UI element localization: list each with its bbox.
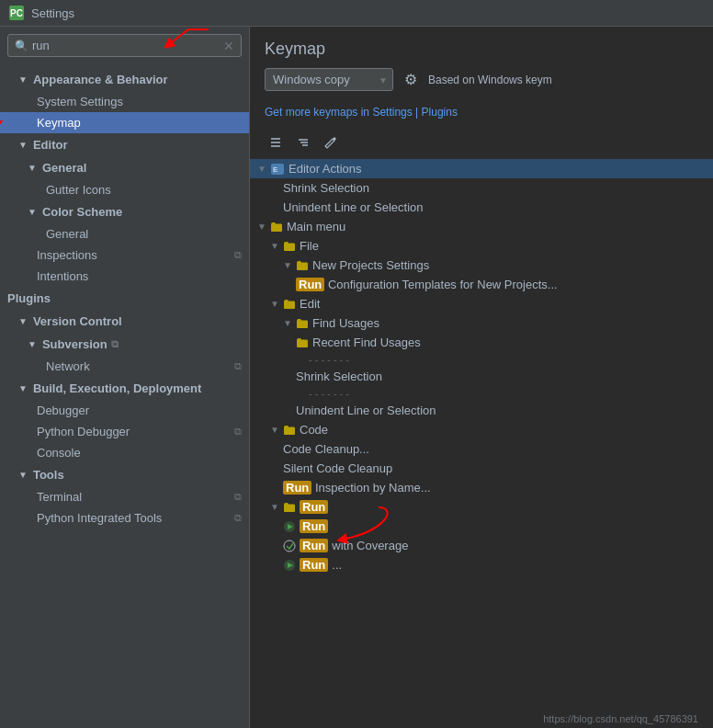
copy-icon: ⧉ [234,360,242,372]
sidebar-item-label: Color Scheme [42,205,122,219]
tree-separator: - - - - - - - [250,352,713,367]
folder-icon [296,260,309,271]
chevron-icon: ▼ [257,164,266,174]
chevron-icon: ▼ [18,74,28,85]
sidebar-item-version-control[interactable]: ▼ Version Control [0,310,249,333]
search-container: 🔍 ✕ [0,27,249,64]
sidebar-item-tools[interactable]: ▼ Tools [0,463,249,486]
content-title: Keymap [265,40,698,59]
play-icon [283,559,296,572]
search-clear-button[interactable]: ✕ [223,39,234,53]
chevron-icon: ▼ [283,260,292,270]
sidebar-item-system-settings[interactable]: System Settings [0,91,249,112]
tree-item-label-text: Configuration Templates for New Projects… [328,278,558,291]
tree-item-file[interactable]: ▼ File [250,236,713,256]
folder-icon [283,425,296,436]
tree-item-run-folder[interactable]: ▼ Run [250,497,713,517]
chevron-icon: ▼ [18,316,28,326]
copy-icon: ⧉ [234,426,242,438]
svg-point-13 [284,540,295,552]
tree-item-run-with-coverage[interactable]: Run with Coverage [250,536,713,555]
copy-icon: ⧉ [234,491,242,503]
keymap-select-wrapper[interactable]: Windows copy ▼ [265,68,393,91]
tree-item-label: Shrink Selection [283,181,369,195]
tree-item-label: Unindent Line or Selection [283,200,424,214]
sidebar-item-terminal[interactable]: Terminal ⧉ [0,486,249,507]
sidebar-item-keymap[interactable]: Keymap [0,112,249,133]
tree-item-label: Run Inspection by Name... [283,481,431,495]
sidebar-item-general[interactable]: ▼ General [0,156,249,179]
chevron-icon: ▼ [18,383,28,393]
tree-item-shrink-selection[interactable]: Shrink Selection [250,178,713,198]
sidebar-item-build-exec[interactable]: ▼ Build, Execution, Deployment [0,377,249,400]
chevron-icon: ▼ [270,241,279,251]
tree-item-label: Recent Find Usages [312,336,421,349]
expand-all-icon [268,135,283,150]
sidebar-item-python-debugger[interactable]: Python Debugger ⧉ [0,421,249,442]
search-input[interactable] [7,34,242,57]
edit-icon [323,135,338,150]
chevron-icon: ▼ [18,470,28,480]
tree-item-unindent-line[interactable]: Unindent Line or Selection [250,198,713,217]
sidebar-item-console[interactable]: Console [0,442,249,463]
sidebar-item-inspections[interactable]: Inspections ⧉ [0,245,249,266]
run-folder-label: Run [300,500,328,514]
tree-item-label: Unindent Line or Selection [296,404,436,417]
keymap-link-plugins[interactable]: Plugins [422,106,458,119]
tree-item-silent-code-cleanup[interactable]: Silent Code Cleanup [250,459,713,478]
folder-icon [296,337,309,348]
chevron-icon: ▼ [270,425,279,435]
tree-item-edit[interactable]: ▼ Edit [250,294,713,313]
keymap-select[interactable]: Windows copy [265,68,393,91]
chevron-icon: ▼ [257,222,266,232]
keymap-tree: ▼ E Editor Actions Shrink Selection Unin… [250,159,713,710]
tree-item-run-action[interactable]: Run [250,517,713,536]
sidebar-item-color-scheme[interactable]: ▼ Color Scheme [0,200,249,223]
tree-item-main-menu[interactable]: ▼ Main menu [250,217,713,236]
chevron-icon: ▼ [28,163,37,173]
keymap-gear-button[interactable]: ⚙ [401,69,421,90]
tree-item-code-cleanup[interactable]: Code Cleanup... [250,439,713,459]
tree-item-label: Edit [300,297,320,311]
tree-item-recent-find-usages[interactable]: Recent Find Usages [250,333,713,352]
tree-item-label: Find Usages [312,316,379,330]
expand-all-button[interactable] [265,133,287,155]
watermark: https://blog.csdn.net/qq_45786391 [250,710,713,728]
folder-icon [283,299,296,310]
tree-item-run-config-templates[interactable]: Run Configuration Templates for New Proj… [250,275,713,294]
tree-item-label: Shrink Selection [296,370,382,383]
run-badge: Run [300,558,328,572]
search-icon: 🔍 [15,40,28,52]
tree-item-find-usages[interactable]: ▼ Find Usages [250,313,713,333]
sidebar-item-network[interactable]: Network ⧉ [0,356,249,377]
tree-item-code[interactable]: ▼ Code [250,420,713,439]
sidebar-item-debugger[interactable]: Debugger [0,400,249,421]
sidebar-item-subversion[interactable]: ▼ Subversion ⧉ [0,333,249,356]
sidebar-item-label: Version Control [33,314,122,328]
sidebar-item-label: Plugins [7,291,51,305]
keymap-link-settings[interactable]: Get more keymaps in Settings [265,106,413,119]
sidebar-item-appearance[interactable]: ▼ Appearance & Behavior [0,68,249,91]
sidebar-item-intentions[interactable]: Intentions [0,266,249,287]
chevron-icon: ▼ [28,339,37,349]
collapse-all-button[interactable] [292,133,314,155]
sidebar-item-gutter-icons[interactable]: Gutter Icons [0,179,249,200]
sidebar-item-label: Appearance & Behavior [33,73,168,86]
sidebar-item-plugins[interactable]: Plugins [0,287,249,310]
tree-item-label: Run Configuration Templates for New Proj… [296,278,558,291]
tree-item-unindent-line2[interactable]: Unindent Line or Selection [250,401,713,420]
tree-item-shrink-selection2[interactable]: Shrink Selection [250,367,713,386]
sidebar-item-label: Build, Execution, Deployment [33,381,201,395]
sidebar-item-python-integrated[interactable]: Python Integrated Tools ⧉ [0,507,249,529]
tree-item-run-dots[interactable]: Run ... [250,555,713,574]
keymap-link[interactable]: Get more keymaps in Settings | Plugins [250,106,713,119]
tree-item-editor-actions[interactable]: ▼ E Editor Actions [250,159,713,178]
tree-item-new-projects[interactable]: ▼ New Projects Settings [250,256,713,275]
tree-item-label: Silent Code Cleanup [283,461,392,475]
tree-item-run-inspection[interactable]: Run Inspection by Name... [250,478,713,497]
edit-shortcut-button[interactable] [320,133,342,155]
tree-toolbar [250,130,713,159]
sidebar-item-cs-general[interactable]: General [0,223,249,245]
play-icon [283,520,296,533]
sidebar-item-editor[interactable]: ▼ Editor [0,133,249,156]
